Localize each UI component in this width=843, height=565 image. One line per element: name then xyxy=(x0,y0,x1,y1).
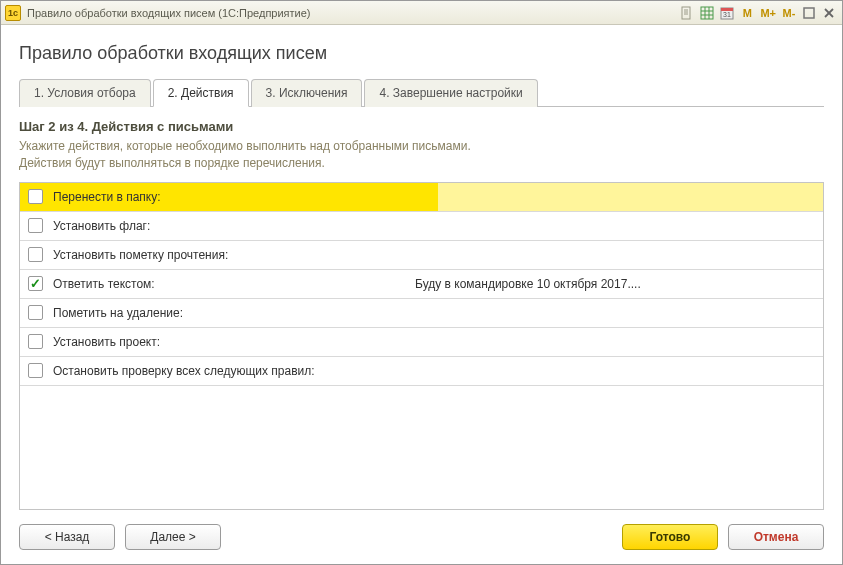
action-label: Установить флаг: xyxy=(53,219,415,233)
back-button[interactable]: < Назад xyxy=(19,524,115,550)
tabs: 1. Условия отбора 2. Действия 3. Исключе… xyxy=(19,78,824,107)
calendar-icon[interactable]: 31 xyxy=(718,5,736,21)
action-label: Пометить на удаление: xyxy=(53,306,415,320)
hint-line-2: Действия будут выполняться в порядке пер… xyxy=(19,155,824,172)
svg-rect-12 xyxy=(804,8,814,18)
app-icon: 1c xyxy=(5,5,21,21)
maximize-icon[interactable] xyxy=(800,5,818,21)
spacer xyxy=(231,524,612,550)
action-row-set-flag[interactable]: Установить флаг: xyxy=(20,212,823,241)
titlebar: 1c Правило обработки входящих писем (1С:… xyxy=(1,1,842,25)
checkbox[interactable] xyxy=(28,276,43,291)
action-row-move-folder[interactable]: Перенести в папку: xyxy=(20,183,823,212)
tab-label: 1. Условия отбора xyxy=(34,86,136,100)
hint-line-1: Укажите действия, которые необходимо вып… xyxy=(19,138,824,155)
window: 1c Правило обработки входящих писем (1С:… xyxy=(0,0,843,565)
action-row-stop-rules[interactable]: Остановить проверку всех следующих прави… xyxy=(20,357,823,386)
checkbox[interactable] xyxy=(28,189,43,204)
tab-label: 4. Завершение настройки xyxy=(379,86,522,100)
checkbox[interactable] xyxy=(28,334,43,349)
checkbox[interactable] xyxy=(28,218,43,233)
finish-button[interactable]: Готово xyxy=(622,524,718,550)
checkbox[interactable] xyxy=(28,305,43,320)
button-label: Готово xyxy=(650,530,691,544)
m-minus-icon[interactable]: M- xyxy=(780,5,798,21)
window-title: Правило обработки входящих писем (1С:Пре… xyxy=(27,7,678,19)
action-row-reply-text[interactable]: Ответить текстом: Буду в командировке 10… xyxy=(20,270,823,299)
action-row-set-project[interactable]: Установить проект: xyxy=(20,328,823,357)
svg-text:31: 31 xyxy=(724,11,732,18)
page-title: Правило обработки входящих писем xyxy=(19,43,824,64)
footer: < Назад Далее > Готово Отмена xyxy=(19,510,824,550)
action-label: Установить пометку прочтения: xyxy=(53,248,415,262)
svg-rect-0 xyxy=(682,7,690,19)
tab-actions[interactable]: 2. Действия xyxy=(153,79,249,107)
window-controls: 31 M M+ M- xyxy=(678,5,838,21)
action-value: Буду в командировке 10 октября 2017.... xyxy=(415,277,815,291)
checkbox[interactable] xyxy=(28,363,43,378)
m-plus-icon[interactable]: M+ xyxy=(758,5,778,21)
action-row-set-read[interactable]: Установить пометку прочтения: xyxy=(20,241,823,270)
next-button[interactable]: Далее > xyxy=(125,524,221,550)
tab-label: 3. Исключения xyxy=(266,86,348,100)
button-label: < Назад xyxy=(45,530,90,544)
action-row-mark-delete[interactable]: Пометить на удаление: xyxy=(20,299,823,328)
action-label: Установить проект: xyxy=(53,335,415,349)
cancel-button[interactable]: Отмена xyxy=(728,524,824,550)
m-icon[interactable]: M xyxy=(738,5,756,21)
close-icon[interactable] xyxy=(820,5,838,21)
tab-exceptions[interactable]: 3. Исключения xyxy=(251,79,363,107)
actions-table: Перенести в папку: Установить флаг: Уста… xyxy=(19,182,824,510)
button-label: Далее > xyxy=(150,530,196,544)
doc-icon[interactable] xyxy=(678,5,696,21)
svg-rect-4 xyxy=(701,7,713,19)
tab-finish[interactable]: 4. Завершение настройки xyxy=(364,79,537,107)
action-label: Перенести в папку: xyxy=(53,190,415,204)
tab-label: 2. Действия xyxy=(168,86,234,100)
content: Правило обработки входящих писем 1. Усло… xyxy=(1,25,842,564)
tab-conditions[interactable]: 1. Условия отбора xyxy=(19,79,151,107)
action-label: Ответить текстом: xyxy=(53,277,415,291)
step-hint: Укажите действия, которые необходимо вып… xyxy=(19,138,824,172)
button-label: Отмена xyxy=(754,530,799,544)
action-label: Остановить проверку всех следующих прави… xyxy=(53,364,415,378)
calc-icon[interactable] xyxy=(698,5,716,21)
checkbox[interactable] xyxy=(28,247,43,262)
step-title: Шаг 2 из 4. Действия с письмами xyxy=(19,119,824,134)
